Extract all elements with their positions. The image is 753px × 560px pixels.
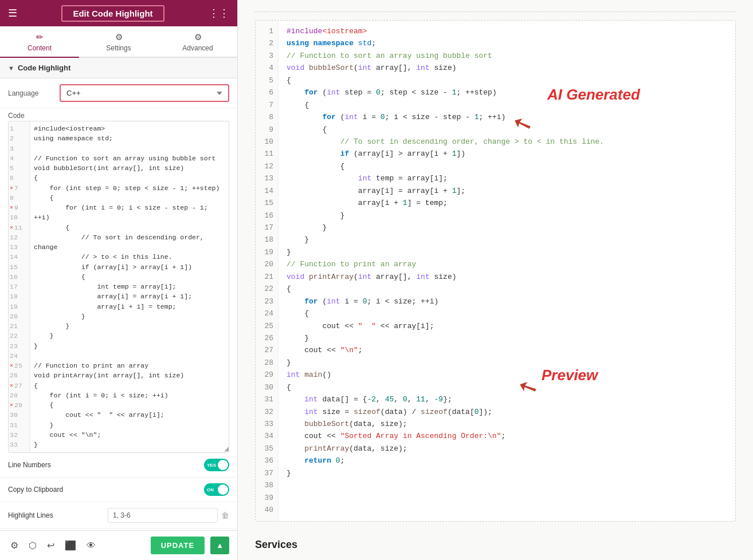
preview-line-numbers: 12345 678910 1112131415 1617181920 21222… (256, 21, 279, 521)
tab-content[interactable]: ✏ Content (0, 26, 79, 58)
line-numbers-toggle-row: Line Numbers YES (0, 453, 237, 478)
content-icon: ✏ (36, 32, 44, 42)
line-numbers-toggle-label: Line Numbers (8, 461, 204, 469)
code-preview-inner: 12345 678910 1112131415 1617181920 21222… (256, 21, 735, 521)
preview-code-content: #include<iostream> using namespace std; … (279, 21, 735, 521)
line-numbers-toggle[interactable]: YES (204, 459, 229, 471)
language-control: C++ JavaScript Python Java (60, 84, 229, 102)
highlight-lines-row: Highlight Lines 🗑 (0, 502, 237, 529)
services-section: Services Data Backup We provide secure, … (255, 539, 736, 561)
line-numbers-toggle-knob (218, 460, 228, 470)
gear-bottom-icon[interactable]: ⚙ (8, 538, 21, 553)
copy-clipboard-toggle-text: ON (207, 487, 214, 492)
services-title: Services (255, 539, 736, 551)
bottom-bar: ⚙ ⬡ ↩ ⬛ 👁 UPDATE ▲ (0, 530, 237, 560)
eye-icon[interactable]: 👁 (84, 538, 98, 553)
tab-advanced-label: Advanced (182, 44, 213, 52)
language-field-row: Language C++ JavaScript Python Java (0, 78, 237, 108)
grid-icon[interactable]: ⋮⋮ (209, 7, 229, 19)
tab-settings-label: Settings (106, 44, 131, 52)
tab-content-label: Content (28, 44, 52, 52)
panel-header: ☰ Edit Code Highlight ⋮⋮ (0, 0, 237, 26)
copy-clipboard-knob (218, 484, 228, 495)
highlight-lines-input[interactable] (108, 508, 218, 523)
update-arrow-button[interactable]: ▲ (210, 537, 229, 554)
line-numbers-toggle-text: YES (207, 463, 216, 468)
copy-clipboard-toggle[interactable]: ON (204, 483, 229, 496)
highlight-lines-label: Highlight Lines (8, 511, 108, 519)
editor-resize-handle[interactable]: ◢ (221, 444, 229, 452)
settings-icon: ⚙ (115, 32, 123, 42)
right-panel: AI Generated ➘ 12345 678910 1112131415 1… (238, 0, 753, 560)
hexagon-icon[interactable]: ⬡ (26, 538, 39, 553)
copy-clipboard-toggle-row: Copy to Clipboard ON (0, 478, 237, 502)
panel-title: Edit Code Highlight (61, 5, 164, 22)
tab-settings[interactable]: ⚙ Settings (79, 26, 158, 57)
code-label: Code (0, 108, 237, 121)
top-divider (255, 11, 736, 12)
left-panel: ☰ Edit Code Highlight ⋮⋮ ✏ Content ⚙ Set… (0, 0, 238, 560)
section-arrow-icon: ▼ (8, 65, 14, 72)
code-editor-textarea[interactable]: #include<iostream> using namespace std; … (9, 121, 229, 452)
code-editor-wrap: 1 2 3 4 5 6 ✕7 8 ✕9 10 ✕11 12 13 14 15 1… (8, 121, 229, 453)
update-button[interactable]: UPDATE (151, 537, 205, 554)
section-label: Code Highlight (18, 64, 70, 72)
copy-clipboard-label: Copy to Clipboard (8, 486, 204, 494)
advanced-icon: ⚙ (194, 32, 202, 42)
trash-icon[interactable]: 🗑 (221, 511, 229, 520)
panel-tabs: ✏ Content ⚙ Settings ⚙ Advanced (0, 26, 237, 58)
panel-content: ▼ Code Highlight Language C++ JavaScript… (0, 58, 237, 530)
language-label: Language (8, 89, 60, 97)
hamburger-icon[interactable]: ☰ (8, 7, 17, 19)
section-code-highlight: ▼ Code Highlight (0, 58, 237, 78)
layout-icon[interactable]: ⬛ (62, 538, 79, 553)
undo-icon[interactable]: ↩ (45, 538, 57, 553)
language-select[interactable]: C++ JavaScript Python Java (60, 84, 229, 102)
code-preview: 12345 678910 1112131415 1617181920 21222… (255, 20, 736, 522)
tab-advanced[interactable]: ⚙ Advanced (158, 26, 237, 57)
